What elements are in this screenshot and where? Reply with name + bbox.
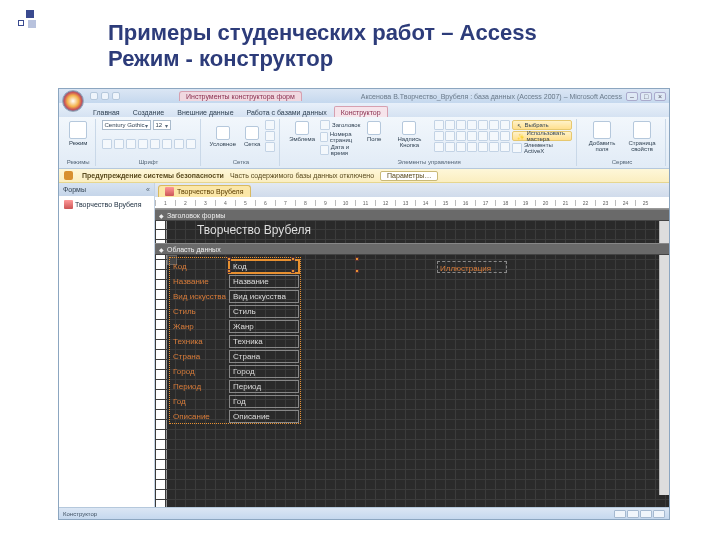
field-row[interactable]: ПериодПериод [171,379,299,394]
view-form-button[interactable] [614,510,626,518]
field-label[interactable]: Страна [171,352,229,361]
field-row[interactable]: ОписаниеОписание [171,409,299,424]
field-row[interactable]: КодКод [171,259,299,274]
fill-color-button[interactable] [186,139,196,149]
field-label[interactable]: Техника [171,337,229,346]
security-options-button[interactable]: Параметры… [380,171,438,181]
maximize-button[interactable]: □ [640,92,652,101]
illustration-frame[interactable]: Иллюстрация [437,261,507,273]
ctrl-icon[interactable] [467,120,477,130]
field-label[interactable]: Год [171,397,229,406]
font-color-button[interactable] [174,139,184,149]
view-layout-button[interactable] [640,510,652,518]
minimize-button[interactable]: – [626,92,638,101]
font-size-combo[interactable]: 12 [153,120,171,130]
view-design-button[interactable] [653,510,665,518]
activex-button[interactable]: Элементы ActiveX [512,142,572,154]
ctrl-icon[interactable] [478,142,488,152]
field-row[interactable]: НазваниеНазвание [171,274,299,289]
field-row[interactable]: ЖанрЖанр [171,319,299,334]
tab-design[interactable]: Конструктор [334,106,388,117]
ctrl-icon[interactable] [478,131,488,141]
field-control[interactable]: Вид искусства [229,290,299,303]
ctrl-icon[interactable] [456,120,466,130]
ctrl-icon[interactable] [500,142,510,152]
qat-save-icon[interactable] [90,92,98,100]
align-center-button[interactable] [150,139,160,149]
ctrl-icon[interactable] [456,142,466,152]
field-control[interactable]: Жанр [229,320,299,333]
view-datasheet-button[interactable] [627,510,639,518]
field-row[interactable]: Вид искусстваВид искусства [171,289,299,304]
ctrl-icon[interactable] [445,131,455,141]
field-control[interactable]: Город [229,365,299,378]
form-title-label[interactable]: Творчество Врубеля [197,223,311,237]
office-button[interactable] [62,90,84,112]
field-label[interactable]: Название [171,277,229,286]
ctrl-icon[interactable] [434,120,444,130]
field-control[interactable]: Период [229,380,299,393]
add-fields-button[interactable]: Добавить поля [583,120,621,153]
ctrl-icon[interactable] [500,120,510,130]
qat-undo-icon[interactable] [101,92,109,100]
view-button[interactable]: Режим [66,120,91,147]
ctrl-icon[interactable] [489,142,499,152]
use-wizard-button[interactable]: ✨Использовать мастера [512,131,572,141]
italic-button[interactable] [114,139,124,149]
section-form-header[interactable]: Заголовок формы [155,209,669,221]
align-left-button[interactable] [138,139,148,149]
field-control[interactable]: Стиль [229,305,299,318]
label-button[interactable]: Надпись Кнопка [386,120,432,149]
align-right-button[interactable] [162,139,172,149]
qat-redo-icon[interactable] [112,92,120,100]
ctrl-icon[interactable] [445,120,455,130]
tab-external[interactable]: Внешние данные [171,107,239,117]
ctrl-icon[interactable] [456,131,466,141]
tab-home[interactable]: Главная [87,107,126,117]
field-row[interactable]: СтильСтиль [171,304,299,319]
field-row[interactable]: ГодГод [171,394,299,409]
field-row[interactable]: ГородГород [171,364,299,379]
design-surface[interactable]: Заголовок формы Творчество Врубеля Облас… [155,209,669,507]
ctrl-icon[interactable] [467,142,477,152]
gridlines-button[interactable]: Сетка [241,125,263,148]
nav-item-form[interactable]: Творчество Врубеля [62,199,151,210]
nav-header[interactable]: Формы [59,183,154,196]
property-sheet-button[interactable]: Страница свойств [623,120,661,153]
field-label[interactable]: Описание [171,412,229,421]
field-control[interactable]: Код [229,260,299,273]
field-control[interactable]: Страна [229,350,299,363]
field-control[interactable]: Техника [229,335,299,348]
ctrl-icon[interactable] [434,131,444,141]
line-width-button[interactable] [265,120,275,130]
field-row[interactable]: ТехникаТехника [171,334,299,349]
underline-button[interactable] [126,139,136,149]
conditional-button[interactable]: Условное [207,125,240,148]
ctrl-icon[interactable] [489,131,499,141]
field-label[interactable]: Город [171,367,229,376]
field-row[interactable]: СтранаСтрана [171,349,299,364]
tab-create[interactable]: Создание [127,107,171,117]
field-control[interactable]: Название [229,275,299,288]
field-label[interactable]: Код [171,262,229,271]
tab-dbtools[interactable]: Работа с базами данных [241,107,333,117]
field-label[interactable]: Жанр [171,322,229,331]
font-name-combo[interactable]: Century Gothic [102,120,151,130]
ctrl-icon[interactable] [478,120,488,130]
ctrl-icon[interactable] [467,131,477,141]
textbox-button[interactable]: Поле [364,120,384,143]
document-tab[interactable]: Творчество Врубеля [158,185,251,197]
field-control[interactable]: Год [229,395,299,408]
section-detail[interactable]: Область данных [155,243,669,255]
field-control[interactable]: Описание [229,410,299,423]
field-label[interactable]: Стиль [171,307,229,316]
field-label[interactable]: Период [171,382,229,391]
line-style-button[interactable] [265,131,275,141]
line-color-button[interactable] [265,142,275,152]
close-button[interactable]: × [654,92,666,101]
bold-button[interactable] [102,139,112,149]
logo-button[interactable]: Эмблема [286,120,318,143]
select-button[interactable]: ↖Выбрать [512,120,572,130]
ctrl-icon[interactable] [445,142,455,152]
ctrl-icon[interactable] [500,131,510,141]
